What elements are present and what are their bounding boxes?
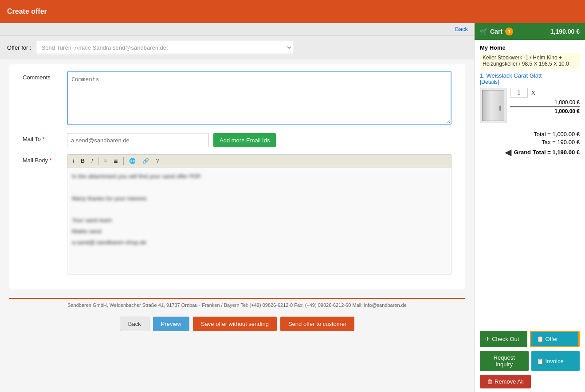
mail-body-toolbar: I B I ≡ ≣ 🌐 🔗 ? xyxy=(67,155,451,168)
cart-icon: 🛒 xyxy=(480,28,487,35)
offer-for-select[interactable]: Send Turen- Amale Sandra send@sandbaren.… xyxy=(36,41,293,54)
cart-unit-price: 1,000.00 € xyxy=(510,99,580,106)
cart-item-total: 1,000.00 € xyxy=(510,106,580,114)
cart-item-info: 1 X 1,000.00 € 1,000.00 € xyxy=(510,88,580,114)
cart-item-details[interactable]: [Details] xyxy=(480,79,580,85)
remove-all-button[interactable]: 🗑 Remove All xyxy=(480,375,531,388)
mail-body-control: I B I ≡ ≣ 🌐 🔗 ? I xyxy=(67,154,452,274)
company-info: Sandbaren GmbH, Weidenbacher Straße 41, … xyxy=(9,301,465,310)
mail-body-label: Mail Body xyxy=(23,154,67,164)
invoice-label: Invoice xyxy=(546,358,564,365)
toolbar-ul-btn[interactable]: ≡ xyxy=(101,157,110,165)
remove-all-label: Remove All xyxy=(495,378,524,385)
cart-x-label: X xyxy=(531,90,535,96)
back-link[interactable]: Back xyxy=(455,26,468,32)
cart-title-left: 🛒 Cart 1 xyxy=(480,27,513,35)
mail-body-wrapper: I B I ≡ ≣ 🌐 🔗 ? I xyxy=(67,154,452,274)
comments-textarea[interactable] xyxy=(67,71,452,125)
mail-to-row: Mail To Add more Email Ids xyxy=(23,133,452,147)
cart-item-row: 1 X 1,000.00 € 1,000.00 € xyxy=(480,88,580,123)
door-handle xyxy=(499,106,501,111)
mail-body-content[interactable]: In the attachment you will find your san… xyxy=(67,168,451,274)
preview-button[interactable]: Preview xyxy=(153,317,189,331)
comments-label: Comments xyxy=(23,71,67,81)
toolbar-bold-btn[interactable]: B xyxy=(78,157,87,165)
offer-for-bar: Offer for : Send Turen- Amale Sandra sen… xyxy=(0,35,474,59)
door-image xyxy=(482,90,504,121)
invoice-icon: 📋 xyxy=(537,358,544,365)
checkout-button[interactable]: ✈ Check Out xyxy=(480,331,527,347)
left-panel: Back Offer for : Send Turen- Amale Sandr… xyxy=(0,23,474,392)
cart-item-name-row: 1. Weisslack Carat Glatt ✕ xyxy=(480,72,580,79)
send-offer-button[interactable]: Send offer to customer xyxy=(280,317,354,331)
toolbar-italic2-btn[interactable]: I xyxy=(89,157,95,165)
offer-for-label: Offer for : xyxy=(7,44,31,51)
cart-prices: 1,000.00 € 1,000.00 € xyxy=(510,99,580,114)
form-area: Comments Mail To Add more Email Ids Mail… xyxy=(9,64,465,289)
offer-icon: 📋 xyxy=(537,336,544,342)
mail-to-input[interactable] xyxy=(67,133,209,147)
toolbar-img-btn[interactable]: 🌐 xyxy=(126,157,138,165)
back-button[interactable]: Back xyxy=(120,317,149,331)
cart-divider xyxy=(480,127,580,127)
back-bar: Back xyxy=(0,23,474,35)
toolbar-italic-btn[interactable]: I xyxy=(70,157,77,165)
cart-remove-icon[interactable]: ✕ xyxy=(579,0,585,8)
cart-badge: 1 xyxy=(505,27,513,35)
cart-item: 1. Weisslack Carat Glatt ✕ [Details] 1 X xyxy=(480,72,580,123)
inquiry-button[interactable]: Request Inquiry xyxy=(480,351,529,371)
cart-location-sub: Keller Stockwerk -1 / Heim Kino + Heizun… xyxy=(480,53,580,69)
mail-body-row: Mail Body I B I ≡ ≣ 🌐 🔗 xyxy=(23,154,452,274)
comments-row: Comments xyxy=(23,71,452,126)
toolbar-link-btn[interactable]: 🔗 xyxy=(140,157,152,165)
cart-actions: ✈ Check Out 📋 Offer Request Inquiry 📋 In… xyxy=(475,327,585,392)
cart-grand-total-row: ◀ Grand Total = 1,190.00 € xyxy=(480,147,580,157)
checkout-label: Check Out xyxy=(492,336,519,342)
cart-item-name[interactable]: 1. Weisslack Carat Glatt xyxy=(480,72,542,79)
cart-totals: Total = 1,000.00 € Tax = 190.00 € ◀ Gran… xyxy=(480,131,580,157)
toolbar-ol-btn[interactable]: ≣ xyxy=(111,157,121,165)
page-header: Create offer xyxy=(0,0,585,23)
checkout-icon: ✈ xyxy=(485,336,490,342)
toolbar-help-btn[interactable]: ? xyxy=(153,157,161,165)
cart-tax: Tax = 190.00 € xyxy=(480,139,580,145)
arrow-indicator: ◀ xyxy=(505,147,511,157)
cart-qty-box[interactable]: 1 xyxy=(510,88,528,98)
cart-primary-actions: ✈ Check Out 📋 Offer xyxy=(480,331,580,347)
footer-divider xyxy=(9,298,465,299)
page-title: Create offer xyxy=(7,8,47,16)
cart-subtotal: Total = 1,000.00 € xyxy=(480,131,580,137)
mail-to-label: Mail To xyxy=(23,133,67,142)
offer-label: Offer xyxy=(546,336,558,342)
toolbar-sep-1 xyxy=(98,157,98,165)
action-buttons: Back Preview Save offer without sending … xyxy=(0,310,474,342)
cart-body: My Home Keller Stockwerk -1 / Heim Kino … xyxy=(475,40,585,327)
right-panel: 🛒 Cart 1 1,190.00 € My Home Keller Stock… xyxy=(474,23,585,392)
invoice-button[interactable]: 📋 Invoice xyxy=(531,351,580,371)
trash-icon: 🗑 xyxy=(487,378,493,385)
cart-grand-total: Grand Total = 1,190.00 € xyxy=(514,149,580,156)
toolbar-sep-2 xyxy=(123,157,124,165)
cart-secondary-actions: Request Inquiry 📋 Invoice xyxy=(480,351,580,371)
cart-label: Cart xyxy=(490,28,503,35)
cart-location-title: My Home xyxy=(480,44,580,51)
cart-qty-row: 1 X xyxy=(510,88,580,98)
cart-header: 🛒 Cart 1 1,190.00 € xyxy=(475,23,585,40)
offer-button[interactable]: 📋 Offer xyxy=(530,331,580,347)
cart-total-header: 1,190.00 € xyxy=(550,28,580,35)
save-offer-button[interactable]: Save offer without sending xyxy=(193,317,277,331)
comments-control xyxy=(67,71,452,126)
cart-item-image xyxy=(480,88,506,123)
add-email-button[interactable]: Add more Email Ids xyxy=(213,133,276,147)
mail-to-control: Add more Email Ids xyxy=(67,133,452,147)
